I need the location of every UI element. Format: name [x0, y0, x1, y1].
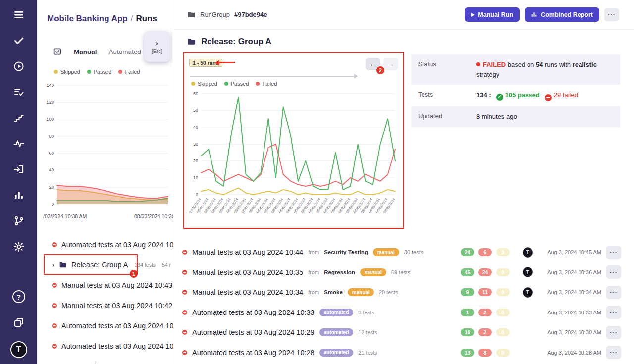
settings-gear-icon[interactable]: [12, 240, 26, 254]
run-list-item[interactable]: Manual tests at 03 Aug 2024 10:42: [37, 295, 173, 315]
status-badge: FAILED: [483, 61, 506, 68]
failed-status-icon: [182, 350, 187, 355]
tab-automated[interactable]: Automated: [109, 48, 141, 55]
run-from-label: from: [308, 249, 319, 255]
passed-legend-dot: [87, 70, 91, 74]
run-list-item[interactable]: Automated tests at 03 Aug 2024 10: [37, 336, 173, 356]
updated-row: Updated 8 minutes ago: [411, 106, 620, 127]
skipped-count-badge: 0: [496, 268, 510, 276]
passed-count-badge: 45: [461, 268, 474, 276]
svg-text:0: 0: [196, 192, 198, 197]
failed-count-badge: 2: [478, 309, 492, 316]
passed-legend-label: Passed: [94, 69, 112, 75]
passed-legend-label: Passed: [231, 81, 249, 87]
run-row[interactable]: Manual tests at 03 Aug 2024 10:34fromSmo…: [182, 282, 621, 303]
failed-status-icon: [182, 250, 187, 255]
run-group-item[interactable]: ›Release: Group A134 tests54 r: [37, 255, 173, 275]
passed-count-badge: 10: [461, 328, 474, 336]
failed-status-icon: [52, 344, 57, 349]
reports-bar-chart-icon[interactable]: [12, 188, 26, 202]
tab-manual[interactable]: Manual: [74, 48, 97, 55]
run-row[interactable]: Manual tests at 03 Aug 2024 10:44fromSec…: [182, 242, 621, 262]
skipped-legend-label: Skipped: [60, 69, 80, 75]
minichart-x-start: /03/2024 10:38 AM: [43, 213, 87, 219]
failed-dot-icon: [476, 62, 480, 66]
failed-count-badge: 2: [478, 328, 492, 336]
close-panel-button[interactable]: × [Esc]: [144, 31, 170, 62]
app-logo[interactable]: T: [10, 341, 27, 358]
tests-check-icon[interactable]: [12, 34, 26, 48]
breadcrumb: Mobile Banking App/Runs: [47, 14, 157, 24]
run-more-button[interactable]: ···: [606, 306, 621, 319]
rungroup-folder-icon: [187, 10, 196, 19]
sign-in-icon[interactable]: [12, 162, 26, 176]
skipped-count-badge: 0: [496, 328, 510, 336]
run-source: Regression: [324, 269, 355, 275]
status-runs-count: 54: [536, 61, 543, 68]
run-more-button[interactable]: ···: [606, 246, 621, 259]
skipped-count-badge: 0: [496, 349, 510, 357]
next-page-button[interactable]: →: [383, 58, 398, 70]
run-more-button[interactable]: ···: [606, 286, 621, 299]
run-row[interactable]: Automated tests at 03 Aug 2024 10:28auto…: [182, 343, 621, 363]
passed-check-icon: ✓: [496, 94, 503, 101]
updated-value: 8 minutes ago: [476, 112, 613, 122]
failed-count-badge: 8: [478, 349, 492, 357]
failed-legend-label: Failed: [262, 81, 277, 87]
breadcrumb-project[interactable]: Mobile Banking App: [47, 14, 128, 23]
breadcrumb-separator: /: [131, 14, 133, 23]
run-list-item[interactable]: Automated tests at 03 Aug 2024 10: [37, 234, 173, 255]
projects-folders-icon[interactable]: [12, 315, 26, 329]
failed-legend-label: Failed: [125, 69, 140, 75]
prev-page-button[interactable]: ←: [366, 58, 380, 70]
run-more-button[interactable]: ···: [606, 265, 621, 279]
tests-failed: 29 failed: [554, 91, 578, 99]
runs-history-chart: 010203040506007/30/202408/01/202408/01/2…: [186, 89, 402, 226]
failed-status-icon: [182, 270, 187, 275]
run-type-badge: automated: [319, 328, 354, 336]
run-more-button[interactable]: ···: [606, 346, 621, 359]
skipped-legend-dot: [54, 70, 58, 74]
combined-report-button[interactable]: Combined Report: [525, 7, 599, 22]
run-from-label: from: [308, 289, 319, 295]
rungroup-label: RunGroup: [200, 11, 230, 18]
run-more-button[interactable]: ···: [606, 326, 621, 339]
run-list-item[interactable]: Manual tests at 03 Aug 2024 10:43: [37, 275, 173, 295]
minichart-x-end: 08/03/2024 10:39: [134, 213, 173, 219]
run-tests-count: 69 tests: [391, 269, 411, 275]
failed-count-badge: 6: [478, 248, 492, 256]
run-row[interactable]: Automated tests at 03 Aug 2024 10:29auto…: [182, 322, 621, 343]
steps-icon[interactable]: [12, 111, 26, 125]
test-plans-icon[interactable]: [12, 85, 26, 99]
manual-run-label: Manual Run: [478, 11, 513, 18]
git-branch-icon[interactable]: [12, 214, 26, 228]
run-row[interactable]: Manual tests at 03 Aug 2024 10:35fromReg…: [182, 262, 621, 283]
avatar-slot: T: [521, 267, 534, 277]
run-list-item[interactable]: Automated tests at 03 Aug 2024 10: [37, 356, 173, 364]
failed-legend-dot: [118, 70, 122, 74]
manual-run-button[interactable]: Manual Run: [465, 7, 520, 22]
help-icon[interactable]: ?: [12, 290, 26, 304]
main-content: RunGroup #97bde94e Manual Run Combined R…: [173, 0, 634, 364]
failed-block-icon: [545, 94, 552, 101]
run-row[interactable]: Automated tests at 03 Aug 2024 10:33auto…: [182, 303, 621, 323]
topbar-more-button[interactable]: ···: [604, 8, 619, 21]
runs-play-icon[interactable]: [12, 59, 26, 73]
run-list-item[interactable]: Automated tests at 03 Aug 2024 10: [37, 315, 173, 336]
runs-table: Manual tests at 03 Aug 2024 10:44fromSec…: [182, 242, 621, 363]
passed-legend-dot: [224, 82, 228, 86]
run-title: Automated tests at 03 Aug 2024 10: [61, 241, 173, 249]
svg-text:40: 40: [49, 167, 54, 172]
runs-list: Automated tests at 03 Aug 2024 10›Releas…: [37, 234, 173, 364]
run-source: Smoke: [324, 289, 343, 295]
chevron-right-icon[interactable]: ›: [52, 261, 54, 268]
run-date: Aug 3, 2024 10:36 AM: [539, 269, 601, 275]
menu-icon[interactable]: [12, 8, 26, 22]
topbar-actions: Manual Run Combined Report ···: [465, 7, 619, 22]
app-root: ? T Mobile Banking App/Runs Manual Autom…: [0, 0, 634, 364]
runs-filter-icon[interactable]: [53, 47, 62, 56]
svg-text:60: 60: [193, 91, 198, 96]
skipped-count-badge: 0: [496, 288, 510, 296]
activity-pulse-icon[interactable]: [12, 137, 26, 151]
svg-text:50: 50: [193, 108, 198, 113]
